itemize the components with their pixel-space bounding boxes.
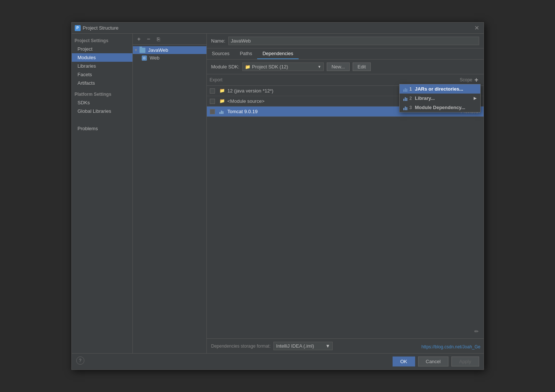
tab-paths[interactable]: Paths bbox=[235, 48, 257, 59]
name-input[interactable] bbox=[228, 37, 479, 45]
javaweb-label: JavaWeb bbox=[148, 47, 168, 53]
sdk-folder-icon: 📁 bbox=[245, 64, 250, 70]
storage-format-label: Dependencies storage format: bbox=[211, 344, 271, 349]
sidebar-item-global-libraries[interactable]: Global Libraries bbox=[72, 107, 132, 115]
tabs: Sources Paths Dependencies bbox=[207, 48, 484, 60]
library-label: Library... bbox=[415, 95, 435, 101]
add-dependency-dropdown: 1 JARs or directories... 2 bbox=[399, 84, 481, 112]
module-tree-panel: + − ⎘ ▼ JavaWeb ⊙ Web bbox=[133, 34, 207, 353]
item-num-2: 2 bbox=[410, 96, 412, 101]
add-dependency-button[interactable]: + 1 JARs or dire bbox=[472, 76, 481, 84]
storage-format-selector[interactable]: IntelliJ IDEA (.iml) ▼ bbox=[273, 342, 333, 350]
module-dep-icon bbox=[403, 105, 407, 110]
help-button[interactable]: ? bbox=[76, 356, 84, 365]
module-sdk-row: Module SDK: 📁 Project SDK (12) ▼ New... … bbox=[207, 60, 484, 74]
sdk-dropdown-arrow-icon: ▼ bbox=[317, 65, 321, 69]
cancel-button[interactable]: Cancel bbox=[418, 356, 448, 366]
dropdown-item-module-dep[interactable]: 3 Module Dependency... bbox=[400, 103, 480, 112]
edit-pencil-button[interactable]: ✏ bbox=[472, 327, 481, 335]
add-module-button[interactable]: + bbox=[135, 35, 143, 43]
storage-value: IntelliJ IDEA (.iml) bbox=[276, 343, 314, 349]
ok-button[interactable]: OK bbox=[393, 356, 415, 366]
sidebar-item-problems[interactable]: Problems bbox=[72, 124, 132, 133]
library-submenu-arrow-icon: ▶ bbox=[474, 96, 477, 100]
item-num-3: 3 bbox=[410, 105, 412, 110]
sidebar-item-sdks[interactable]: SDKs bbox=[72, 98, 132, 107]
export-column-header: Export bbox=[210, 77, 232, 82]
sidebar-item-artifacts[interactable]: Artifacts bbox=[72, 79, 132, 87]
module-dep-label: Module Dependency... bbox=[415, 105, 465, 110]
tab-dependencies[interactable]: Dependencies bbox=[257, 48, 298, 59]
library-icon bbox=[403, 96, 407, 101]
tree-item-web[interactable]: ⊙ Web bbox=[133, 54, 206, 62]
web-module-icon: ⊙ bbox=[142, 55, 147, 61]
tree-toolbar: + − ⎘ bbox=[133, 34, 206, 45]
sdk-selector[interactable]: 📁 Project SDK (12) ▼ bbox=[242, 62, 324, 71]
plus-icon: + bbox=[474, 76, 478, 84]
web-label: Web bbox=[150, 55, 160, 61]
sdk-dep-folder-icon: 📁 bbox=[219, 88, 225, 94]
dependencies-area: Module SDK: 📁 Project SDK (12) ▼ New... … bbox=[207, 60, 484, 353]
blank-spacer bbox=[72, 121, 132, 124]
deps-table: Export Scope + bbox=[207, 74, 484, 338]
sidebar-item-libraries[interactable]: Libraries bbox=[72, 62, 132, 70]
storage-dropdown-arrow-icon: ▼ bbox=[325, 343, 330, 349]
apply-button[interactable]: Apply bbox=[451, 356, 479, 366]
module-main-panel: Name: Sources Paths Dependencies Module … bbox=[207, 34, 484, 353]
dropdown-item-library[interactable]: 2 Library... ▶ bbox=[400, 94, 480, 103]
platform-settings-header: Platform Settings bbox=[72, 90, 132, 98]
sdk-value: Project SDK (12) bbox=[252, 64, 288, 70]
titlebar: P Project Structure ✕ bbox=[72, 23, 484, 34]
expand-arrow: ▼ bbox=[134, 48, 138, 52]
dep-export-checkbox-source[interactable] bbox=[210, 99, 215, 104]
module-tree-content: ▼ JavaWeb ⊙ Web bbox=[133, 45, 206, 353]
tomcat-bar-chart-icon bbox=[219, 109, 225, 115]
source-dep-folder-icon: 📁 bbox=[219, 98, 225, 104]
titlebar-left: P Project Structure bbox=[75, 25, 119, 31]
javaweb-folder-icon bbox=[139, 48, 145, 53]
project-settings-header: Project Settings bbox=[72, 37, 132, 45]
sidebar-item-modules[interactable]: Modules bbox=[72, 53, 132, 62]
sidebar-item-facets[interactable]: Facets bbox=[72, 70, 132, 79]
main-content-area: Project Settings Project Modules Librari… bbox=[72, 34, 484, 353]
dep-export-checkbox-tomcat[interactable] bbox=[210, 109, 215, 114]
name-row: Name: bbox=[207, 34, 484, 48]
copy-module-button[interactable]: ⎘ bbox=[154, 35, 162, 43]
edit-sdk-button[interactable]: Edit bbox=[353, 62, 370, 71]
app-icon: P bbox=[75, 25, 81, 31]
tree-item-javaweb[interactable]: ▼ JavaWeb bbox=[133, 46, 206, 54]
watermark-text: https://blog.csdn.net/Joah_Ge bbox=[418, 343, 483, 351]
tab-sources[interactable]: Sources bbox=[207, 48, 235, 59]
project-structure-dialog: P Project Structure ✕ Project Settings P… bbox=[71, 22, 484, 370]
sidebar-item-project[interactable]: Project bbox=[72, 45, 132, 53]
sidebar: Project Settings Project Modules Librari… bbox=[72, 34, 133, 353]
dialog-title: Project Structure bbox=[83, 25, 119, 31]
jars-label: JARs or directories... bbox=[415, 86, 463, 92]
deps-table-header: Export Scope + bbox=[207, 74, 484, 86]
dep-export-checkbox-sdk[interactable] bbox=[210, 88, 215, 94]
remove-module-button[interactable]: − bbox=[145, 35, 153, 43]
item-num-1: 1 bbox=[410, 87, 412, 92]
jars-icon bbox=[403, 87, 407, 92]
dropdown-item-jars[interactable]: 1 JARs or directories... bbox=[400, 84, 480, 94]
name-label: Name: bbox=[211, 38, 225, 44]
close-button[interactable]: ✕ bbox=[473, 24, 481, 32]
new-sdk-button[interactable]: New... bbox=[327, 62, 350, 71]
tomcat-icon-bars bbox=[219, 109, 223, 114]
bottom-bar: ? OK Cancel Apply bbox=[72, 353, 484, 369]
scope-column-header: Scope bbox=[435, 77, 472, 82]
module-sdk-label: Module SDK: bbox=[211, 64, 240, 70]
